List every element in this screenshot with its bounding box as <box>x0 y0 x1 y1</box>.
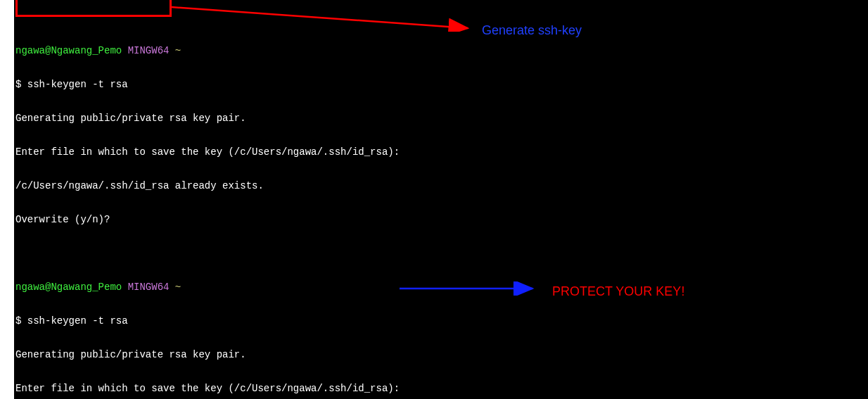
output-line: /c/Users/ngawa/.ssh/id_rsa already exist… <box>15 180 867 191</box>
output-line: Enter file in which to save the key (/c/… <box>15 146 867 158</box>
output-line: Enter file in which to save the key (/c/… <box>15 383 867 394</box>
output-line: Overwrite (y/n)? <box>15 214 867 225</box>
output-line: Generating public/private rsa key pair. <box>15 349 867 360</box>
prompt-line-2: ngawa@Ngawang_Pemo MINGW64 ~ <box>15 281 867 293</box>
terminal-content: ngawa@Ngawang_Pemo MINGW64 ~ $ ssh-keyge… <box>14 23 868 399</box>
command-line: $ ssh-keygen -t rsa <box>15 315 867 327</box>
prompt-env: MINGW64 <box>122 45 175 56</box>
output-line: Generating public/private rsa key pair. <box>15 113 867 124</box>
prompt-user: ngawa@Ngawang_Pemo <box>15 45 122 56</box>
command-line: $ ssh-keygen -t rsa <box>15 79 867 90</box>
prompt-line-1: ngawa@Ngawang_Pemo MINGW64 ~ <box>15 45 867 56</box>
prompt-user: ngawa@Ngawang_Pemo <box>15 281 122 293</box>
terminal-window[interactable]: ngawa@Ngawang_Pemo MINGW64 ~ $ ssh-keyge… <box>14 0 868 399</box>
prompt-path: ~ <box>175 45 181 56</box>
prompt-env: MINGW64 <box>122 281 175 293</box>
prompt-path: ~ <box>175 281 181 293</box>
blank-line <box>15 248 867 259</box>
